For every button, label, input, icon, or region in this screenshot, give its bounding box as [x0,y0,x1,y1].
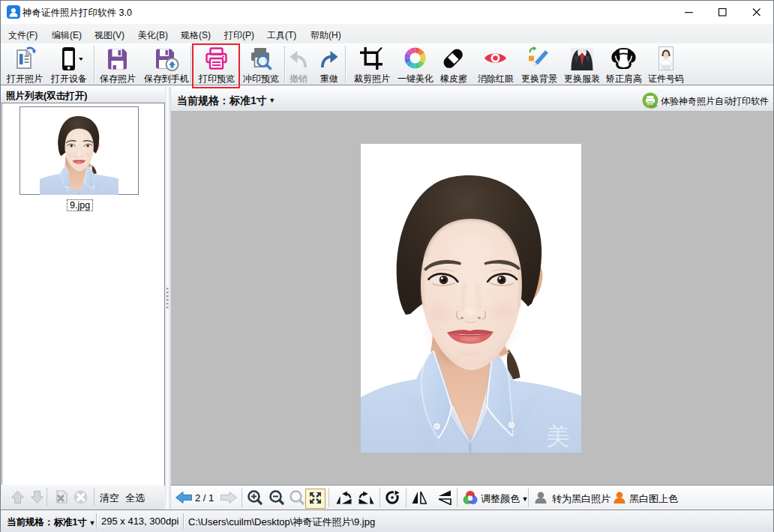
svg-text:美: 美 [546,423,570,450]
